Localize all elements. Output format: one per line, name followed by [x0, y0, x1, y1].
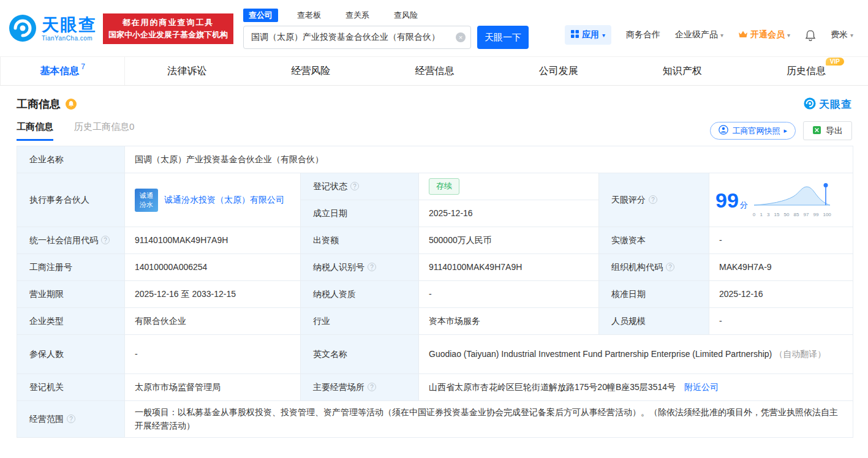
- table-row: 企业名称 国调（太原）产业投资基金合伙企业（有限合伙）: [17, 146, 853, 173]
- tab-intellectual-property[interactable]: 知识产权: [621, 57, 744, 85]
- paid-capital-value: -: [709, 227, 853, 254]
- tab-label: 经营信息: [415, 65, 454, 78]
- tianyancha-logo-icon: [804, 97, 816, 111]
- chevron-down-icon: ▾: [602, 32, 605, 39]
- status-badge: 存续: [429, 178, 459, 194]
- business-info-table: 企业名称 国调（太原）产业投资基金合伙企业（有限合伙） 执行事务合伙人 诚通 汾…: [17, 146, 853, 438]
- approval-date-value: 2025-12-16: [709, 281, 853, 308]
- search-button[interactable]: 天眼一下: [477, 26, 529, 49]
- staff-size-value: -: [709, 308, 853, 335]
- search-tab-risk[interactable]: 查风险: [388, 9, 423, 22]
- table-row: 统一社会信用代码? 91140100MAK49H7A9H 出资额 500000万…: [17, 227, 853, 254]
- english-name-value: Guodiao (Taiyuan) Industrial Investment …: [419, 335, 853, 374]
- help-icon[interactable]: ?: [368, 383, 376, 391]
- promo-line-2: 国家中小企业发展子基金旗下机构: [108, 29, 228, 41]
- nav-enterprise-products[interactable]: 企业级产品 ▾: [675, 29, 723, 40]
- english-name-label: 英文名称: [301, 335, 419, 374]
- partner-company-link[interactable]: 诚通汾水投资（太原）有限公司: [164, 193, 284, 207]
- help-icon[interactable]: ?: [666, 263, 674, 271]
- export-label: 导出: [826, 126, 843, 137]
- table-row: 经营范围? 一般项目：以私募基金从事股权投资、投资管理、资产管理等活动（须在中国…: [17, 401, 853, 438]
- table-row: 参保人数 - 英文名称 Guodiao (Taiyuan) Industrial…: [17, 335, 853, 374]
- search-input[interactable]: [243, 26, 471, 49]
- org-code-value: MAK49H7A-9: [709, 254, 853, 281]
- score-number: 99: [715, 189, 739, 212]
- export-button[interactable]: 导出: [803, 121, 852, 140]
- nav-user-menu[interactable]: 费米 ▾: [831, 29, 853, 40]
- tab-basic-info[interactable]: 基本信息 7: [0, 57, 125, 85]
- search-tab-relation[interactable]: 查关系: [340, 9, 375, 22]
- tab-business-risk[interactable]: 经营风险: [249, 57, 372, 85]
- tab-company-development[interactable]: 公司发展: [497, 57, 621, 85]
- help-icon[interactable]: ?: [350, 182, 359, 190]
- section-title: 工商信息: [17, 97, 61, 111]
- search-tab-boss[interactable]: 查老板: [292, 9, 326, 22]
- table-row: 营业期限 2025-12-16 至 2033-12-15 纳税人资质 - 核准日…: [17, 281, 853, 308]
- company-name-value: 国调（太原）产业投资基金合伙企业（有限合伙）: [125, 146, 853, 173]
- auto-translate-note: （自动翻译）: [774, 349, 826, 359]
- score-distribution-chart: 0131550859799100: [753, 182, 831, 219]
- tab-label: 基本信息: [40, 65, 79, 78]
- tyc-score[interactable]: 99分 0131550859799100: [715, 182, 848, 219]
- chevron-down-icon: ▾: [787, 32, 790, 39]
- tyc-score-value: 99分 0131550859799100: [709, 173, 853, 227]
- company-type-value: 有限合伙企业: [125, 308, 301, 335]
- reg-number-label: 工商注册号: [17, 254, 125, 281]
- staff-size-label: 人员规模: [599, 308, 709, 335]
- official-snapshot-button[interactable]: 工商官网快照 ▸: [710, 122, 796, 140]
- tab-count-badge: 7: [81, 62, 85, 71]
- business-address-value: 山西省太原市杏花岭区巨轮街道解放路175号20幢B座35层3514号 附近公司: [419, 374, 853, 401]
- reg-number-value: 14010000A006254: [125, 254, 301, 281]
- table-row: 企业类型 有限合伙企业 行业 资本市场服务 人员规模 -: [17, 308, 853, 335]
- reg-status-label: 登记状态?: [301, 173, 419, 200]
- username: 费米: [831, 29, 848, 40]
- tab-label: 历史信息: [787, 66, 826, 76]
- subtab-history-business-info[interactable]: 历史工商信息0: [74, 121, 134, 139]
- vip-badge: VIP: [826, 58, 844, 66]
- help-icon[interactable]: ?: [368, 263, 376, 271]
- tianyancha-logo[interactable]: 天眼查 TianYanCha.com: [9, 14, 97, 44]
- tab-legal-proceedings[interactable]: 法律诉讼: [125, 57, 249, 85]
- taxpayer-quality-label: 纳税人资质: [301, 281, 419, 308]
- nav-cooperation[interactable]: 商务合作: [626, 29, 660, 40]
- search-tabs: 查公司 查老板 查关系 查风险: [243, 9, 529, 22]
- reg-authority-value: 太原市市场监督管理局: [125, 374, 301, 401]
- clear-icon[interactable]: ×: [456, 32, 466, 42]
- tab-label: 经营风险: [291, 65, 330, 78]
- notification-bell-icon[interactable]: [805, 29, 816, 41]
- score-unit: 分: [740, 200, 748, 209]
- capital-label: 出资额: [301, 227, 419, 254]
- company-name-label: 企业名称: [17, 146, 125, 173]
- business-address-label: 主要经营场所?: [301, 374, 419, 401]
- chevron-down-icon: ▾: [720, 32, 723, 39]
- help-icon[interactable]: ?: [67, 415, 75, 423]
- help-icon[interactable]: ?: [649, 195, 657, 204]
- company-type-label: 企业类型: [17, 308, 125, 335]
- tab-business-info[interactable]: 经营信息: [372, 57, 496, 85]
- industry-label: 行业: [301, 308, 419, 335]
- person-icon: [719, 125, 728, 137]
- apps-label: 应用: [582, 29, 599, 40]
- insured-count-value: -: [125, 335, 301, 374]
- insured-count-label: 参保人数: [17, 335, 125, 374]
- tab-label: 知识产权: [663, 65, 702, 78]
- nav-open-vip[interactable]: 开通会员 ▾: [738, 29, 790, 40]
- establish-date-label: 成立日期: [301, 200, 419, 227]
- tyc-score-label: 天眼评分?: [599, 173, 709, 227]
- help-icon[interactable]: ?: [101, 236, 110, 244]
- open-vip-label: 开通会员: [750, 29, 785, 40]
- brand-domain: TianYanCha.com: [42, 35, 97, 42]
- subscribe-bell-icon[interactable]: [66, 99, 77, 110]
- tianyancha-logo-icon: [9, 14, 37, 44]
- search-tab-company[interactable]: 查公司: [243, 9, 278, 22]
- subtab-business-info[interactable]: 工商信息: [17, 121, 53, 141]
- section-brand-logo: 天眼查: [804, 97, 852, 111]
- apps-menu[interactable]: 应用 ▾: [565, 25, 611, 45]
- chevron-down-icon: ▾: [850, 32, 853, 39]
- nearby-companies-link[interactable]: 附近公司: [684, 382, 719, 392]
- taxpayer-quality-value: -: [419, 281, 599, 308]
- taxpayer-id-label: 纳税人识别号?: [301, 254, 419, 281]
- grid-icon: [571, 30, 579, 40]
- credit-code-label: 统一社会信用代码?: [17, 227, 125, 254]
- tab-history-info[interactable]: 历史信息 VIP: [744, 57, 868, 85]
